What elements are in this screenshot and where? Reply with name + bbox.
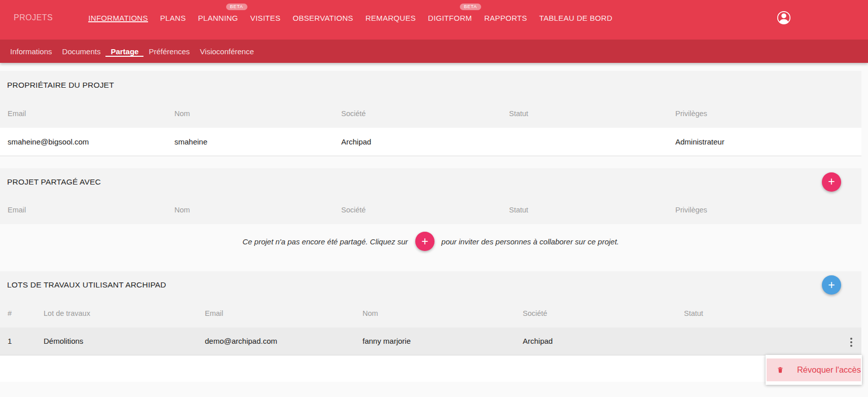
owner-table-body: smaheine@bigsool.com smaheine Archipad A… — [0, 128, 861, 156]
col-header-email: Email — [0, 99, 166, 128]
owner-nom-cell: smaheine — [166, 128, 333, 156]
owner-email-cell: smaheine@bigsool.com — [0, 128, 166, 156]
empty-share-message-before: Ce projet n'a pas encore été partagé. Cl… — [242, 237, 408, 246]
owner-statut-cell — [501, 128, 667, 156]
lot-row[interactable]: 1 Démolitions demo@archipad.com fanny ma… — [0, 328, 861, 355]
page-content: PROPRIÉTAIRE DU PROJET Email Nom Société… — [0, 71, 861, 382]
col-header-statut: Statut — [676, 299, 838, 328]
col-header-nom: Nom — [166, 99, 333, 128]
project-sub-navigation: Informations Documents Partage Préférenc… — [0, 40, 868, 63]
top-navigation-bar: PROJETS INFORMATIONS PLANS PLANNING BETA… — [0, 0, 868, 40]
nav-item-plans[interactable]: PLANS — [160, 0, 186, 35]
nav-item-tableau-de-bord[interactable]: TABLEAU DE BORD — [539, 0, 612, 35]
subnav-item-informations[interactable]: Informations — [5, 40, 57, 63]
lot-email-cell: demo@archipad.com — [197, 328, 354, 355]
col-header-societe: Société — [515, 299, 676, 328]
nav-item-observations[interactable]: OBSERVATIONS — [293, 0, 353, 35]
col-header-nom: Nom — [166, 196, 333, 224]
col-header-privileges: Privilèges — [667, 196, 861, 224]
owner-section: PROPRIÉTAIRE DU PROJET Email Nom Société… — [0, 71, 861, 156]
beta-badge: BETA — [226, 4, 247, 10]
owner-table-header-row: Email Nom Société Statut Privilèges — [0, 99, 861, 128]
owner-table: Email Nom Société Statut Privilèges — [0, 99, 861, 128]
lots-table-body: 1 Démolitions demo@archipad.com fanny ma… — [0, 328, 861, 356]
lot-name-cell: Démolitions — [35, 328, 197, 355]
col-header-email: Email — [197, 299, 354, 328]
empty-share-message-after: pour inviter des personnes à collaborer … — [442, 237, 619, 246]
add-share-inline-button[interactable]: + — [415, 232, 435, 251]
col-header-privileges: Privilèges — [667, 99, 861, 128]
col-header-actions — [838, 299, 861, 328]
col-header-statut: Statut — [501, 196, 667, 224]
nav-item-digitform[interactable]: DIGITFORM BETA — [428, 0, 472, 35]
trash-icon — [777, 365, 784, 375]
nav-item-digitform-label: DIGITFORM — [428, 14, 472, 22]
shared-table: Email Nom Société Statut Privilèges — [0, 196, 861, 224]
lots-table-footer-space — [0, 355, 861, 382]
revoke-access-label: Révoquer l'accès — [797, 365, 861, 375]
owner-section-title: PROPRIÉTAIRE DU PROJET — [7, 81, 114, 90]
col-header-nom: Nom — [354, 299, 515, 328]
main-menu: INFORMATIONS PLANS PLANNING BETA VISITES… — [88, 0, 612, 35]
add-lot-button[interactable]: + — [822, 275, 841, 295]
col-header-email: Email — [0, 196, 166, 224]
lot-nom-cell: fanny marjorie — [354, 328, 515, 355]
nav-item-rapports[interactable]: RAPPORTS — [484, 0, 527, 35]
shared-with-section: PROJET PARTAGÉ AVEC + Email Nom Société … — [0, 168, 861, 259]
owner-privileges-cell: Administrateur — [667, 128, 861, 156]
app-logo-projets[interactable]: PROJETS — [14, 13, 53, 22]
col-header-statut: Statut — [501, 99, 667, 128]
user-avatar-icon[interactable] — [777, 11, 791, 25]
beta-badge: BETA — [460, 4, 481, 10]
subnav-item-preferences[interactable]: Préférences — [143, 40, 195, 63]
owner-row: smaheine@bigsool.com smaheine Archipad A… — [0, 128, 861, 156]
nav-item-planning[interactable]: PLANNING BETA — [198, 0, 238, 35]
row-menu-kebab-icon[interactable] — [846, 335, 856, 350]
add-share-button[interactable]: + — [822, 172, 841, 192]
col-header-societe: Société — [333, 99, 501, 128]
subnav-item-documents[interactable]: Documents — [57, 40, 106, 63]
col-header-lot: Lot de travaux — [35, 299, 197, 328]
owner-societe-cell: Archipad — [333, 128, 501, 156]
plus-icon: + — [421, 236, 428, 247]
row-context-menu: Révoquer l'accès — [766, 355, 862, 385]
lot-societe-cell: Archipad — [515, 328, 676, 355]
col-header-societe: Société — [333, 196, 501, 224]
plus-icon: + — [828, 279, 835, 291]
lot-statut-cell — [676, 328, 838, 355]
nav-item-planning-label: PLANNING — [198, 14, 238, 22]
shared-table-header-row: Email Nom Société Statut Privilèges — [0, 196, 861, 224]
nav-item-remarques[interactable]: REMARQUES — [366, 0, 416, 35]
lots-section: LOTS DE TRAVAUX UTILISANT ARCHIPAD + # L… — [0, 271, 861, 382]
lots-table-header-row: # Lot de travaux Email Nom Société Statu… — [0, 299, 861, 328]
subnav-item-partage[interactable]: Partage — [105, 40, 143, 63]
plus-icon: + — [828, 176, 835, 188]
empty-share-message: Ce projet n'a pas encore été partagé. Cl… — [0, 224, 861, 259]
col-header-num: # — [0, 299, 35, 328]
nav-item-visites[interactable]: VISITES — [250, 0, 281, 35]
subnav-item-visioconference[interactable]: Visioconférence — [195, 40, 259, 63]
lots-table: # Lot de travaux Email Nom Société Statu… — [0, 299, 861, 328]
nav-item-informations[interactable]: INFORMATIONS — [88, 0, 148, 35]
lots-section-title: LOTS DE TRAVAUX UTILISANT ARCHIPAD — [7, 280, 166, 290]
revoke-access-menu-item[interactable]: Révoquer l'accès — [767, 358, 861, 381]
shared-section-title: PROJET PARTAGÉ AVEC — [7, 177, 101, 187]
lot-num-cell: 1 — [0, 328, 35, 355]
